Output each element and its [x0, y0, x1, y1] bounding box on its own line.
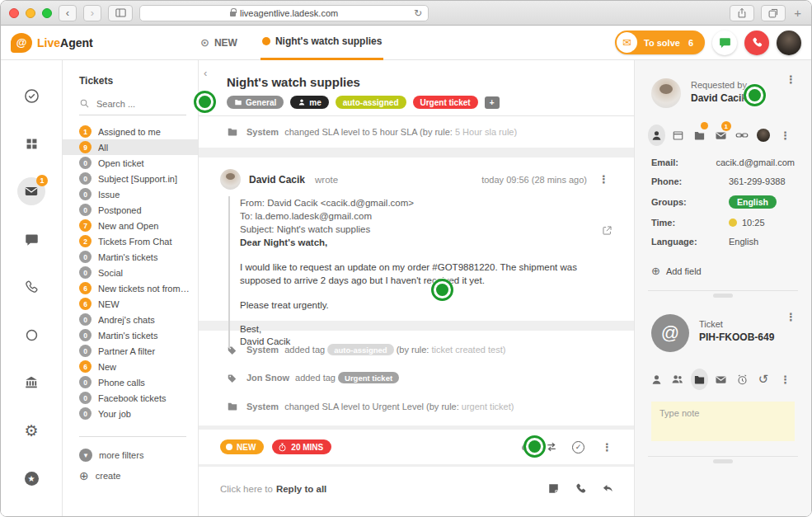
window-close-button[interactable] — [9, 8, 19, 18]
share-button[interactable] — [730, 5, 754, 21]
contact-mail-icon[interactable]: 1 — [712, 125, 730, 146]
ticket-filter-item[interactable]: 0 Postponed — [63, 202, 198, 218]
reply-bar[interactable]: Click here to Reply to all — [199, 467, 634, 517]
reply-icon[interactable] — [602, 482, 614, 495]
note-icon[interactable] — [547, 482, 560, 495]
ticket-filter-item[interactable]: 0 Social — [63, 265, 198, 280]
browser-back-button[interactable]: ‹ — [59, 5, 77, 21]
call-icon[interactable] — [575, 482, 587, 495]
contact-link-icon[interactable] — [734, 125, 751, 146]
plus-circle-icon: ⊕ — [651, 265, 660, 277]
drag-handle[interactable] — [713, 459, 733, 463]
search-field[interactable] — [79, 98, 186, 115]
tag-general[interactable]: General — [227, 96, 284, 109]
browser-forward-button[interactable]: › — [83, 5, 101, 21]
ticket-filter-item[interactable]: 6 New — [63, 359, 198, 374]
ticket-tabs: ⊙ NEW Night's watch supplies — [199, 26, 383, 60]
contact-window-icon[interactable] — [669, 125, 687, 146]
open-in-new-window-icon[interactable] — [602, 225, 613, 236]
rail-settings-icon[interactable]: ⚙ — [17, 416, 45, 444]
drag-handle[interactable] — [713, 294, 733, 298]
ticket-count-badge: 0 — [79, 376, 92, 388]
tag-auto-assigned[interactable]: auto-assigned — [336, 96, 406, 109]
rail-dashboard-icon[interactable] — [17, 129, 45, 157]
search-input[interactable] — [96, 99, 179, 109]
viewing-agent-avatar[interactable] — [755, 125, 772, 146]
tab-new[interactable]: ⊙ NEW — [199, 26, 239, 60]
rail-academy-icon[interactable] — [17, 369, 45, 397]
add-field-button[interactable]: ⊕ Add field — [651, 265, 795, 277]
tag-urgent-ticket[interactable]: Urgent ticket — [413, 96, 478, 109]
ticket-filter-item[interactable]: 0 Martin's tickets — [63, 327, 198, 343]
agent-avatar[interactable] — [777, 31, 801, 55]
note-input[interactable] — [651, 402, 795, 441]
ticket-filter-item[interactable]: 9 All — [63, 139, 198, 155]
ticket-filter-label: Martin's tickets — [98, 252, 191, 262]
ticket-filter-item[interactable]: 0 Subject [Support.in] — [63, 171, 198, 186]
more-filters-button[interactable]: ▾ more filters — [79, 449, 186, 462]
create-filter-button[interactable]: ⊕ create — [79, 470, 186, 482]
rail-tickets-icon[interactable]: 1 — [17, 177, 45, 205]
sla-timer-badge[interactable]: 20 MINS — [272, 439, 331, 454]
rail-chats-icon[interactable] — [17, 225, 45, 253]
to-solve-button[interactable]: ✉ To solve 6 — [615, 31, 705, 54]
ticket-filter-item[interactable]: 7 New and Open — [63, 218, 198, 233]
ticket-filter-item[interactable]: 2 Tickets From Chat — [63, 233, 198, 249]
message-menu-icon[interactable]: ⋮ — [595, 173, 613, 186]
ticket-notes-icon[interactable] — [691, 369, 708, 390]
sidebar-toggle-button[interactable] — [108, 5, 133, 21]
ticket-count-badge: 0 — [79, 407, 92, 420]
ticket-filter-item[interactable]: 6 NEW — [63, 296, 198, 312]
tab-nights-watch-supplies[interactable]: Night's watch supplies — [260, 26, 384, 60]
ticket-filter-item[interactable]: 0 Andrej's chats — [63, 312, 198, 327]
liveagent-logo[interactable]: @ LiveAgent — [11, 33, 199, 53]
rail-calls-icon[interactable] — [17, 273, 45, 301]
ticket-filter-item[interactable]: 0 Facebook tickets — [63, 390, 198, 406]
add-tag-button[interactable]: + — [485, 96, 500, 109]
ticket-menu-icon[interactable]: ⋮ — [782, 311, 800, 323]
ticket-channel-icon: @ — [651, 314, 689, 352]
ticket-count-badge: 1 — [79, 125, 92, 138]
contact-tickets-icon[interactable] — [691, 125, 708, 146]
new-tab-button[interactable]: + — [792, 6, 803, 20]
ticket-alarm-icon[interactable] — [734, 369, 751, 390]
collapse-panel-icon[interactable]: ‹ — [204, 67, 207, 79]
requester-menu-icon[interactable]: ⋮ — [782, 73, 800, 86]
email-paragraph: Please treat urgently. — [240, 298, 613, 312]
rail-upgrade-icon[interactable]: ★ — [17, 464, 45, 492]
status-badge-new[interactable]: NEW — [220, 439, 264, 454]
window-minimize-button[interactable] — [26, 8, 35, 18]
ticket-history-icon[interactable]: ↺ — [755, 369, 772, 390]
refresh-icon[interactable]: ↻ — [414, 7, 422, 19]
phone-status-button[interactable] — [744, 31, 769, 55]
tab-overview-button[interactable] — [761, 5, 786, 21]
ticket-row-menu-icon[interactable]: ⋮ — [777, 369, 795, 390]
contact-details-icon[interactable] — [648, 125, 665, 146]
reply-to-all-link[interactable]: Reply to all — [276, 484, 326, 494]
ticket-filter-item[interactable]: 0 Martin's tickets — [63, 249, 198, 265]
ticket-filter-item[interactable]: 0 Issue — [63, 186, 198, 202]
resolve-icon[interactable]: ✓ — [572, 441, 584, 454]
ticket-person-icon[interactable] — [648, 369, 665, 390]
email-message-card: David Cacik wrote today 09:56 (28 mins a… — [199, 157, 634, 321]
transfer-icon[interactable] — [545, 440, 558, 454]
ticket-people-icon[interactable] — [669, 369, 687, 390]
chat-status-button[interactable] — [712, 31, 737, 55]
ticket-mail-icon[interactable] — [712, 369, 730, 390]
ticket-filter-item[interactable]: 0 Phone calls — [63, 374, 198, 390]
ticket-filter-item[interactable]: 1 Assigned to me — [63, 124, 198, 139]
rail-online-visitors-icon[interactable] — [17, 321, 45, 349]
ticket-filter-item[interactable]: 0 Partner A filter — [63, 343, 198, 359]
contact-menu-icon[interactable]: ⋮ — [777, 125, 795, 146]
ticket-filter-label: Subject [Support.in] — [98, 174, 191, 184]
ticket-filter-item[interactable]: 0 Open ticket — [63, 155, 198, 171]
ticket-title: Night's watch supplies — [227, 75, 634, 89]
rail-resolve-icon[interactable] — [17, 82, 45, 110]
ticket-filter-item[interactable]: 0 Your job — [63, 406, 198, 421]
ticket-filter-item[interactable]: 6 New tickets not from Twi... — [63, 280, 198, 296]
tag-assignee-me[interactable]: me — [290, 96, 328, 109]
window-zoom-button[interactable] — [42, 8, 52, 18]
requester-avatar[interactable] — [651, 78, 681, 108]
toolbar-menu-icon[interactable]: ⋮ — [598, 441, 616, 454]
address-bar[interactable]: liveagentlive.ladesk.com ↻ — [139, 5, 429, 21]
